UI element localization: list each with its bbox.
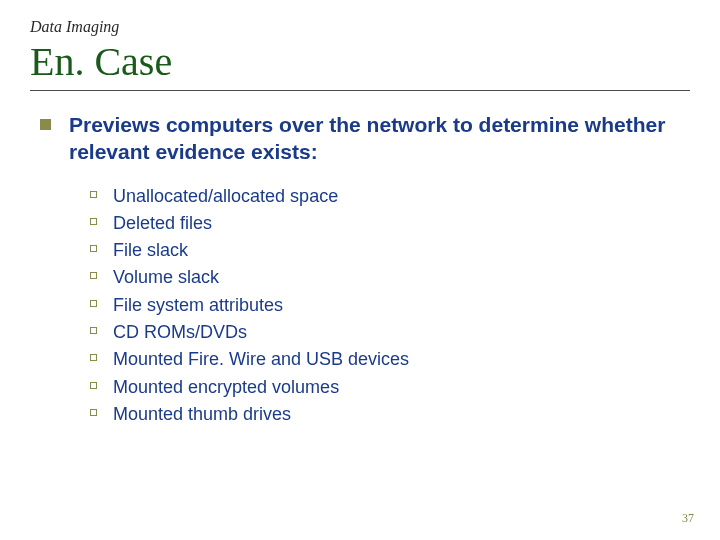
list-item-text: File system attributes [113,293,283,317]
hollow-square-icon [90,300,97,307]
section-label: Data Imaging [30,18,690,36]
list-item: Mounted thumb drives [90,402,690,426]
hollow-square-icon [90,409,97,416]
main-bullet-row: Previews computers over the network to d… [40,111,690,166]
hollow-square-icon [90,327,97,334]
list-item: Mounted encrypted volumes [90,375,690,399]
list-item-text: Mounted Fire. Wire and USB devices [113,347,409,371]
square-bullet-icon [40,119,51,130]
list-item-text: CD ROMs/DVDs [113,320,247,344]
list-item-text: Volume slack [113,265,219,289]
list-item: Volume slack [90,265,690,289]
list-item-text: Mounted encrypted volumes [113,375,339,399]
list-item: Deleted files [90,211,690,235]
sub-list: Unallocated/allocated space Deleted file… [90,184,690,427]
list-item-text: Deleted files [113,211,212,235]
slide-title: En. Case [30,40,690,91]
list-item-text: Unallocated/allocated space [113,184,338,208]
hollow-square-icon [90,272,97,279]
main-bullet-text: Previews computers over the network to d… [69,111,690,166]
list-item: Mounted Fire. Wire and USB devices [90,347,690,371]
list-item: File system attributes [90,293,690,317]
hollow-square-icon [90,382,97,389]
hollow-square-icon [90,191,97,198]
list-item: Unallocated/allocated space [90,184,690,208]
hollow-square-icon [90,354,97,361]
page-number: 37 [682,511,694,526]
list-item-text: Mounted thumb drives [113,402,291,426]
hollow-square-icon [90,245,97,252]
hollow-square-icon [90,218,97,225]
list-item-text: File slack [113,238,188,262]
list-item: CD ROMs/DVDs [90,320,690,344]
list-item: File slack [90,238,690,262]
